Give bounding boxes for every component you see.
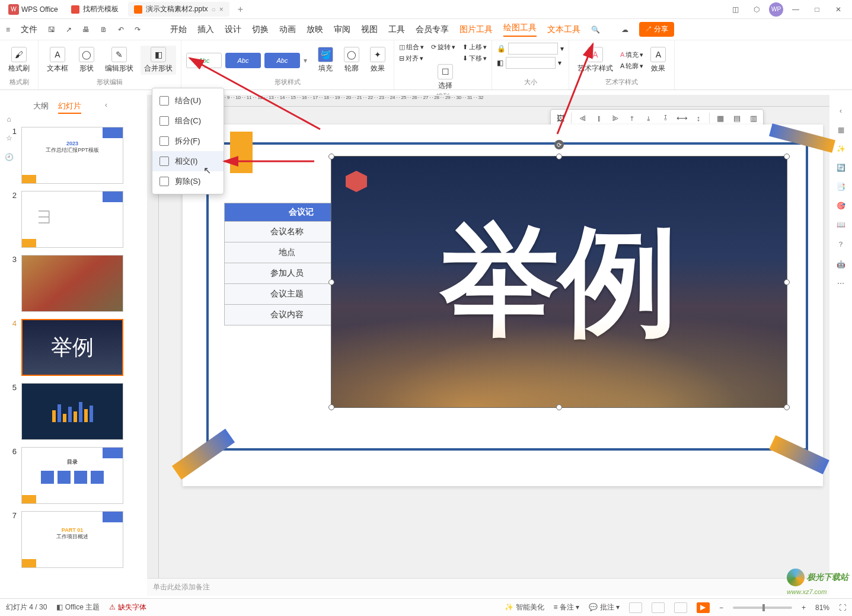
sparkle-icon[interactable]: ✨ [837,145,845,153]
align-bottom-icon[interactable]: ⫱ [659,112,671,124]
thumb-7[interactable]: PART 01工作项目概述 [21,511,123,568]
menu-review[interactable]: 审阅 [334,24,350,35]
menu-tools[interactable]: 工具 [388,24,405,35]
layout-1-icon[interactable]: ▦ [714,112,726,124]
layout-3-icon[interactable]: ▥ [748,112,760,124]
distribute-h-icon[interactable]: ⟷ [676,112,688,124]
dd-group[interactable]: 组合(C) [152,111,224,131]
menu-view[interactable]: 视图 [361,24,378,35]
tab-templates[interactable]: 找稻壳模板 [65,2,125,17]
print-icon[interactable]: 🖶 [82,25,90,34]
menu-slideshow[interactable]: 放映 [307,24,323,35]
missing-font-warning[interactable]: ⚠ 缺失字体 [109,602,146,612]
text-fill-button[interactable]: A 填充 ▾ [620,50,643,59]
tab-document[interactable]: 演示文稿素材2.pptx ○ × [128,2,229,17]
handle-tl[interactable] [328,154,334,159]
menu-transition[interactable]: 切换 [252,24,269,35]
align-middle-v-icon[interactable]: ⫰ [643,112,655,124]
export-icon[interactable]: ↗ [66,25,72,34]
zoom-out-button[interactable]: − [719,604,723,612]
cloud-icon[interactable]: ☁ [621,25,628,34]
minimize-icon[interactable]: — [787,1,805,18]
move-down-button[interactable]: ⬇ 下移 ▾ [462,54,487,63]
avatar[interactable]: WP [769,2,783,17]
menu-animation[interactable]: 动画 [279,24,296,35]
zoom-slider[interactable] [733,607,792,609]
menu-design[interactable]: 设计 [225,24,241,35]
close-icon[interactable]: ✕ [829,1,847,18]
thumb-1[interactable]: 2023工作总结汇报PPT模板 [21,127,123,184]
theme-label[interactable]: ◧ Office 主题 [56,602,100,612]
rotate-handle[interactable]: ⟳ [554,140,564,149]
fill-button[interactable]: 🪣填充 [314,46,337,75]
handle-mr[interactable] [784,279,790,285]
add-tab-icon[interactable]: + [233,4,248,15]
outline-button[interactable]: ◯轮廓 [340,46,363,75]
dd-intersect[interactable]: 相交(I) [152,151,224,171]
height-input[interactable] [508,43,558,55]
layout-2-icon[interactable]: ▤ [731,112,743,124]
search-icon[interactable]: 🔍 [591,25,600,34]
smart-beautify[interactable]: ✨ 智能美化 [505,602,544,612]
handle-ml[interactable] [328,279,334,285]
dd-subtract[interactable]: 剪除(S) [152,171,224,191]
tab-slides[interactable]: 幻灯片 [58,101,81,114]
rotate-button[interactable]: ⟳ 旋转 ▾ [431,43,455,52]
shape-style-1[interactable]: Abc [186,53,222,68]
handle-br[interactable] [784,404,790,410]
distribute-v-icon[interactable]: ↕ [693,112,704,124]
align-button[interactable]: ⊟ 对齐 ▾ [399,54,424,63]
grid-icon[interactable]: ▦ [838,126,844,134]
move-up-button[interactable]: ⬆ 上移 ▾ [462,43,487,52]
collapse-icon[interactable]: ‹ [105,101,107,114]
menu-file[interactable]: 文件 [21,24,37,35]
play-button[interactable]: ▶ [697,602,710,613]
format-painter-button[interactable]: 🖌格式刷 [5,46,33,75]
add-slide-button[interactable]: + [8,575,130,577]
notes-toggle[interactable]: ≡ 备注 ▾ [554,602,580,612]
handle-tr[interactable] [784,154,790,159]
view-reading-icon[interactable] [674,602,687,613]
thumb-3[interactable] [21,255,123,312]
view-normal-icon[interactable] [629,602,642,613]
tab-image-tools[interactable]: 图片工具 [459,24,493,35]
fit-icon[interactable]: ⛶ [839,604,846,612]
art-style-button[interactable]: A艺术字样式 [574,46,617,75]
slide-canvas[interactable]: 会议记 会议名称 地点 参加人员 会议主题 会议内容 举例 ⟳ [183,125,823,486]
style-more-icon[interactable]: ▾ [304,56,307,65]
comments-toggle[interactable]: 💬 批注 ▾ [589,602,620,612]
lock-icon[interactable]: 🔒 [497,44,506,53]
width-input[interactable] [506,57,556,69]
handle-tm[interactable] [556,154,562,159]
hamburger-icon[interactable]: ≡ [6,25,10,34]
crop-icon[interactable]: ◧ [497,59,503,67]
redo-icon[interactable]: ↷ [135,25,141,34]
selected-image[interactable]: 举例 ⟳ [331,156,787,408]
tab-text-tools[interactable]: 文本工具 [547,24,580,35]
tab-draw-tools[interactable]: 绘图工具 [503,23,537,37]
menu-insert[interactable]: 插入 [197,24,214,35]
undo-icon[interactable]: ↶ [118,25,124,34]
textbox-button[interactable]: A文本框 [43,46,72,75]
help-icon[interactable]: ？ [837,240,844,250]
align-top-icon[interactable]: ⫯ [626,112,638,124]
shape-style-2[interactable]: Abc [225,53,261,68]
chevron-left-icon[interactable]: ‹ [840,107,842,115]
layout-icon[interactable]: ◫ [726,1,744,18]
align-left-icon[interactable]: ⫷ [576,112,588,124]
tab-close-icon[interactable]: × [219,5,224,14]
combine-button[interactable]: ◫ 组合 ▾ [399,43,424,52]
thumb-5[interactable] [21,383,123,440]
zoom-in-button[interactable]: + [802,604,806,612]
thumb-2[interactable]: ━━━┓━━━┫━━━┛ [21,191,123,248]
book-icon[interactable]: 📖 [837,221,845,229]
edit-shape-button[interactable]: ✎编辑形状 [101,46,137,75]
target-icon[interactable]: 🎯 [837,202,845,210]
align-right-icon[interactable]: ⫸ [610,112,621,124]
share-button[interactable]: ↗ 分享 [639,22,674,37]
thumb-6[interactable]: 目录 [21,447,123,504]
dd-combine[interactable]: 结合(U) [152,91,224,111]
layers-icon[interactable]: 📑 [837,183,845,191]
robot-icon[interactable]: 🤖 [837,260,845,269]
notes-pane[interactable]: 单击此处添加备注 [147,578,829,596]
